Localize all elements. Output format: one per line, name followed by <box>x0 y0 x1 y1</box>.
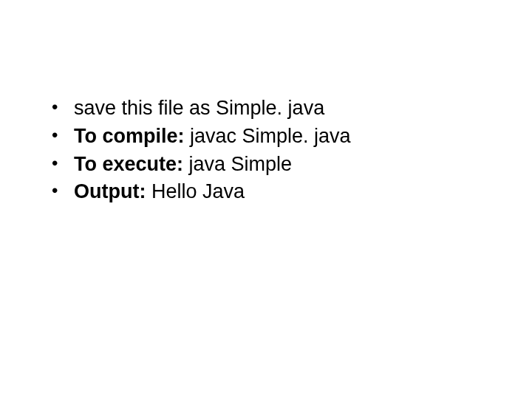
bullet-text: Hello Java <box>146 180 245 202</box>
bullet-label: Output: <box>74 180 146 202</box>
list-item: save this file as Simple. java <box>52 96 488 121</box>
list-item: To compile: javac Simple. java <box>52 124 488 149</box>
bullet-list: save this file as Simple. java To compil… <box>52 96 488 205</box>
bullet-label: To compile: <box>74 125 185 147</box>
slide: save this file as Simple. java To compil… <box>0 0 532 399</box>
bullet-text: save this file as Simple. java <box>74 97 324 119</box>
list-item: Output: Hello Java <box>52 180 488 205</box>
list-item: To execute: java Simple <box>52 152 488 177</box>
bullet-text: javac Simple. java <box>185 125 351 147</box>
bullet-label: To execute: <box>74 153 183 175</box>
bullet-text: java Simple <box>183 153 292 175</box>
